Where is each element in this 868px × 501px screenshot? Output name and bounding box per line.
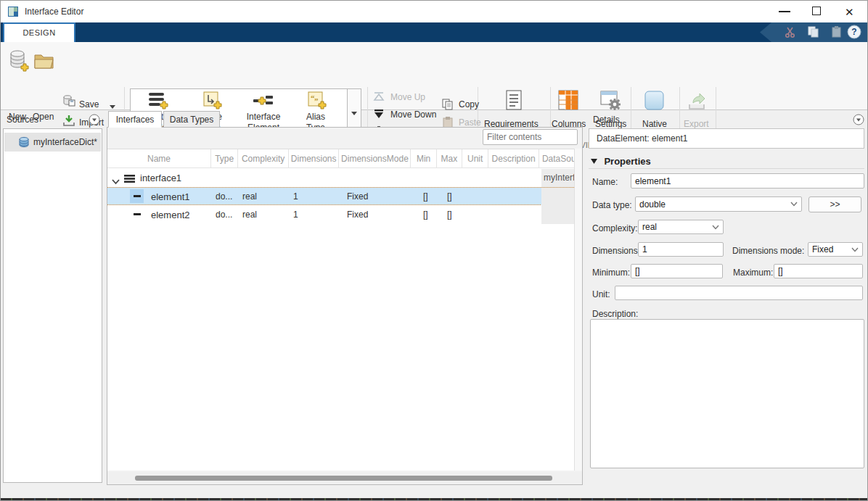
chevron-down-icon bbox=[712, 225, 719, 230]
tab-design-label: DESIGN bbox=[4, 24, 74, 41]
element-dimensions-cell: 1 bbox=[293, 188, 298, 206]
details-selection-box: DataElement: element1 bbox=[589, 128, 864, 149]
move-up-icon bbox=[373, 91, 385, 104]
copy-button[interactable]: Copy bbox=[459, 99, 479, 109]
value-type-icon[interactable] bbox=[202, 91, 224, 113]
settings-icon[interactable] bbox=[600, 90, 622, 115]
tab-interfaces[interactable]: Interfaces bbox=[108, 111, 162, 128]
interface-datasource-cell: myInterfaceDict bbox=[541, 169, 574, 187]
move-down-button[interactable]: Move Down bbox=[390, 109, 436, 120]
chevron-down-icon bbox=[851, 247, 859, 252]
dimensions-mode-combobox[interactable]: Fixed bbox=[808, 242, 863, 257]
svg-text:”: ” bbox=[314, 96, 319, 105]
copy-toolbar-icon[interactable] bbox=[442, 99, 454, 114]
open-icon[interactable] bbox=[33, 50, 56, 75]
column-header-dimensions[interactable]: Dimensions bbox=[289, 149, 340, 168]
native-button[interactable]: Native bbox=[642, 119, 667, 129]
complexity-label: Complexity: bbox=[592, 223, 638, 233]
element-complexity-cell: real bbox=[242, 188, 257, 206]
interface-name: interface1 bbox=[140, 169, 181, 187]
column-header-description[interactable]: Description bbox=[488, 149, 539, 168]
unit-field[interactable] bbox=[615, 286, 863, 300]
move-down-icon[interactable] bbox=[373, 109, 385, 122]
minimum-field[interactable] bbox=[631, 264, 723, 278]
name-label: Name: bbox=[592, 177, 618, 187]
datatype-expand-button[interactable]: >> bbox=[808, 196, 861, 212]
paste-button: Paste bbox=[459, 117, 481, 128]
element-type-cell: do... bbox=[216, 206, 239, 224]
sources-collapse-icon[interactable] bbox=[89, 114, 101, 129]
column-header-datasource[interactable]: DataSource bbox=[539, 149, 574, 168]
element-max-cell: [] bbox=[447, 206, 452, 224]
description-label: Description: bbox=[592, 309, 638, 319]
interface-element-icon[interactable] bbox=[253, 93, 275, 113]
complexity-combobox[interactable]: real bbox=[638, 220, 724, 234]
tab-data-types[interactable]: Data Types bbox=[163, 111, 220, 128]
properties-section-header[interactable]: Properties bbox=[590, 154, 651, 167]
close-button[interactable]: ✕ bbox=[845, 6, 854, 19]
column-header-dimensionsmode[interactable]: DimensionsMode bbox=[339, 149, 411, 168]
data-interface-icon[interactable] bbox=[148, 91, 170, 113]
export-button: Export bbox=[684, 119, 709, 129]
paste-icon[interactable] bbox=[830, 25, 843, 41]
cut-icon[interactable] bbox=[785, 26, 797, 41]
alias-type-icon[interactable]: “” bbox=[307, 91, 329, 113]
name-field[interactable] bbox=[631, 173, 864, 189]
column-header-min[interactable]: Min bbox=[411, 149, 436, 168]
columns-icon[interactable] bbox=[558, 90, 580, 115]
horizontal-scrollbar[interactable] bbox=[107, 472, 582, 484]
source-item-myinterfacedict[interactable]: myInterfaceDict* bbox=[4, 133, 101, 152]
tab-design[interactable]: DESIGN bbox=[3, 22, 75, 42]
description-textarea[interactable] bbox=[590, 319, 864, 468]
svg-text:?: ? bbox=[851, 27, 856, 37]
table-row-interface1[interactable]: interface1 myInterfaceDict bbox=[107, 169, 574, 187]
copy-icon[interactable] bbox=[807, 25, 820, 41]
sources-list: myInterfaceDict* bbox=[3, 128, 102, 483]
element-mode-cell: Fixed bbox=[347, 206, 368, 224]
element-dimensions-cell: 1 bbox=[293, 206, 298, 224]
horizontal-scrollbar-thumb[interactable] bbox=[135, 476, 552, 481]
ribbon-tab-bar: ? DESIGN bbox=[1, 22, 868, 42]
save-dropdown-caret-icon[interactable] bbox=[110, 105, 115, 109]
element-name: element2 bbox=[151, 206, 189, 224]
element-min-cell: [] bbox=[423, 206, 428, 224]
expand-chevron-icon[interactable] bbox=[112, 175, 120, 188]
new-icon[interactable] bbox=[7, 49, 30, 76]
details-panel-title: Details bbox=[593, 115, 620, 125]
details-collapse-icon[interactable] bbox=[853, 114, 865, 129]
element-complexity-cell: real bbox=[242, 206, 257, 224]
table-row-element2[interactable]: element2 do... real 1 Fixed [] [] bbox=[107, 206, 574, 224]
datatype-value: double bbox=[639, 199, 666, 210]
unit-label: Unit: bbox=[592, 289, 610, 299]
column-header-name[interactable]: Name bbox=[107, 149, 211, 168]
vertical-scrollbar[interactable] bbox=[574, 149, 582, 471]
interface-icon bbox=[124, 173, 135, 186]
properties-section-title: Properties bbox=[604, 156, 650, 167]
column-header-complexity[interactable]: Complexity bbox=[238, 149, 289, 168]
maximize-button[interactable] bbox=[812, 7, 821, 15]
element-icon bbox=[134, 195, 141, 197]
table-row-element1[interactable]: element1 do... real 1 Fixed [] [] bbox=[107, 187, 574, 205]
help-icon[interactable]: ? bbox=[847, 25, 861, 42]
native-icon[interactable] bbox=[644, 90, 666, 115]
column-header-unit[interactable]: Unit bbox=[462, 149, 488, 168]
element-max-cell: [] bbox=[447, 188, 452, 206]
save-button[interactable]: Save bbox=[79, 99, 99, 109]
filter-contents-input[interactable] bbox=[483, 129, 578, 145]
column-header-type[interactable]: Type bbox=[211, 149, 238, 168]
export-icon bbox=[687, 91, 707, 115]
datatype-combobox[interactable]: double bbox=[635, 196, 802, 212]
maximum-field[interactable] bbox=[774, 264, 863, 278]
requirements-icon[interactable] bbox=[504, 90, 523, 115]
minimize-button[interactable] bbox=[779, 11, 790, 12]
element-icon bbox=[134, 213, 141, 215]
datatype-label: Data type: bbox=[592, 200, 632, 210]
complexity-value: real bbox=[642, 222, 657, 232]
column-header-max[interactable]: Max bbox=[437, 149, 462, 168]
title-bar: Interface Editor ✕ bbox=[1, 1, 868, 22]
save-icon[interactable] bbox=[62, 94, 76, 110]
element-min-cell: [] bbox=[423, 188, 428, 206]
dimensions-field[interactable] bbox=[638, 242, 724, 257]
divider bbox=[589, 168, 864, 169]
import-icon[interactable] bbox=[62, 114, 76, 130]
